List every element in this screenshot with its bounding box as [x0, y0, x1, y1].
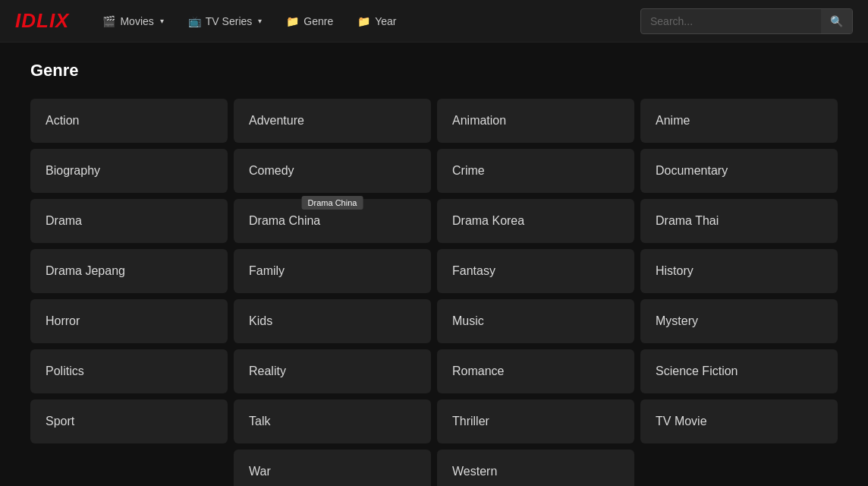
search-container: 🔍: [640, 8, 853, 34]
tvseries-arrow-icon: ▾: [258, 17, 262, 25]
genre-icon: 📁: [286, 15, 299, 27]
nav-items: 🎬 Movies ▾ 📺 TV Series ▾ 📁 Genre 📁 Year: [92, 9, 640, 33]
search-button[interactable]: 🔍: [821, 9, 852, 33]
genre-kids[interactable]: Kids: [234, 299, 431, 343]
genre-western[interactable]: Western: [437, 450, 634, 486]
genre-music[interactable]: Music: [437, 299, 634, 343]
nav-item-movies[interactable]: 🎬 Movies ▾: [92, 9, 174, 33]
search-input[interactable]: [641, 10, 821, 33]
nav-genre-label: Genre: [303, 15, 333, 27]
genre-thriller[interactable]: Thriller: [437, 399, 634, 443]
genre-drama-china[interactable]: Drama China Drama China: [234, 199, 431, 243]
main-content: Genre Action Adventure Animation Anime B…: [0, 43, 868, 486]
nav-item-genre[interactable]: 📁 Genre: [275, 9, 344, 33]
genre-documentary[interactable]: Documentary: [640, 149, 838, 193]
genre-tv-movie[interactable]: TV Movie: [640, 399, 838, 443]
genre-horror[interactable]: Horror: [30, 299, 228, 343]
genre-politics[interactable]: Politics: [30, 349, 228, 393]
genre-fantasy[interactable]: Fantasy: [437, 249, 634, 293]
nav-year-label: Year: [375, 15, 396, 27]
genre-talk[interactable]: Talk: [234, 399, 431, 443]
nav-tvseries-label: TV Series: [206, 15, 252, 27]
genre-drama-jepang[interactable]: Drama Jepang: [30, 249, 228, 293]
movies-icon: 🎬: [102, 15, 115, 27]
logo[interactable]: IDLIX: [15, 9, 69, 33]
drama-china-tooltip: Drama China: [302, 196, 363, 210]
genre-crime[interactable]: Crime: [437, 149, 634, 193]
genre-romance[interactable]: Romance: [437, 349, 634, 393]
genre-family[interactable]: Family: [234, 249, 431, 293]
genre-comedy[interactable]: Comedy: [234, 149, 431, 193]
genre-science-fiction[interactable]: Science Fiction: [640, 349, 838, 393]
genre-animation[interactable]: Animation: [437, 99, 634, 143]
genre-war[interactable]: War: [234, 450, 431, 486]
genre-mystery[interactable]: Mystery: [640, 299, 838, 343]
genre-adventure[interactable]: Adventure: [234, 99, 431, 143]
movies-arrow-icon: ▾: [160, 17, 164, 25]
genre-history[interactable]: History: [640, 249, 838, 293]
navbar: IDLIX 🎬 Movies ▾ 📺 TV Series ▾ 📁 Genre 📁…: [0, 0, 868, 43]
genre-anime[interactable]: Anime: [640, 99, 838, 143]
genre-drama-thai[interactable]: Drama Thai: [640, 199, 838, 243]
genre-drama[interactable]: Drama: [30, 199, 228, 243]
genre-drama-korea[interactable]: Drama Korea: [437, 199, 634, 243]
genre-action[interactable]: Action: [30, 99, 228, 143]
page-title: Genre: [30, 61, 838, 80]
genre-biography[interactable]: Biography: [30, 149, 228, 193]
nav-movies-label: Movies: [120, 15, 153, 27]
tvseries-icon: 📺: [188, 15, 201, 27]
nav-item-year[interactable]: 📁 Year: [347, 9, 407, 33]
genre-sport[interactable]: Sport: [30, 399, 228, 443]
year-icon: 📁: [357, 15, 370, 27]
genre-reality[interactable]: Reality: [234, 349, 431, 393]
genre-grid: Action Adventure Animation Anime Biograp…: [30, 99, 838, 486]
nav-item-tvseries[interactable]: 📺 TV Series ▾: [178, 9, 272, 33]
